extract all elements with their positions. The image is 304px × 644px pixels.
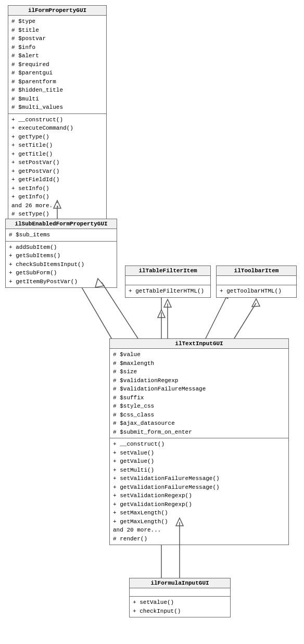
svg-marker-20	[164, 299, 171, 307]
fields-ilFormPropertyGUI: # $type # $title # $postvar # $info # $a…	[8, 16, 106, 114]
diagram-container: ilFormPropertyGUI # $type # $title # $po…	[0, 0, 304, 644]
methods-ilTextInputGUI: + __construct() + setValue() + getValue(…	[110, 438, 288, 545]
methods-ilFormPropertyGUI: + __construct() + executeCommand() + get…	[8, 114, 106, 229]
svg-line-10	[203, 292, 229, 344]
methods-ilToolbarItem: + getToolbarHTML()	[217, 285, 296, 297]
box-ilToolbarItem: ilToolbarItem + getToolbarHTML()	[216, 266, 297, 298]
fields-ilFormulaInputGUI	[130, 588, 230, 597]
fields-ilTableFilterItem	[125, 276, 210, 285]
box-ilTableFilterItem: ilTableFilterItem + getTableFilterHTML()	[125, 266, 211, 298]
methods-ilTableFilterItem: + getTableFilterHTML()	[125, 285, 210, 297]
box-title-ilSubEnabledFormPropertyGUI: ilSubEnabledFormPropertyGUI	[6, 219, 117, 229]
fields-ilSubEnabledFormPropertyGUI: # $sub_items	[6, 229, 117, 242]
box-ilFormPropertyGUI: ilFormPropertyGUI # $type # $title # $po…	[8, 5, 107, 229]
box-title-ilFormulaInputGUI: ilFormulaInputGUI	[130, 578, 230, 588]
box-title-ilTextInputGUI: ilTextInputGUI	[110, 339, 288, 349]
fields-ilTextInputGUI: # $value # $maxlength # $size # $validat…	[110, 349, 288, 438]
svg-line-21	[234, 303, 256, 338]
box-ilFormulaInputGUI: ilFormulaInputGUI + setValue() + checkIn…	[129, 578, 231, 617]
box-title-ilFormPropertyGUI: ilFormPropertyGUI	[8, 6, 106, 16]
box-title-ilToolbarItem: ilToolbarItem	[217, 266, 296, 276]
box-ilTextInputGUI: ilTextInputGUI # $value # $maxlength # $…	[109, 338, 289, 545]
methods-ilSubEnabledFormPropertyGUI: + addSubItem() + getSubItems() + checkSu…	[6, 242, 117, 288]
svg-marker-8	[158, 310, 165, 318]
fields-ilToolbarItem	[217, 276, 296, 285]
svg-marker-22	[252, 299, 260, 307]
box-title-ilTableFilterItem: ilTableFilterItem	[125, 266, 210, 276]
box-ilSubEnabledFormPropertyGUI: ilSubEnabledFormPropertyGUI # $sub_items…	[5, 219, 117, 288]
methods-ilFormulaInputGUI: + setValue() + checkInput()	[130, 597, 230, 617]
